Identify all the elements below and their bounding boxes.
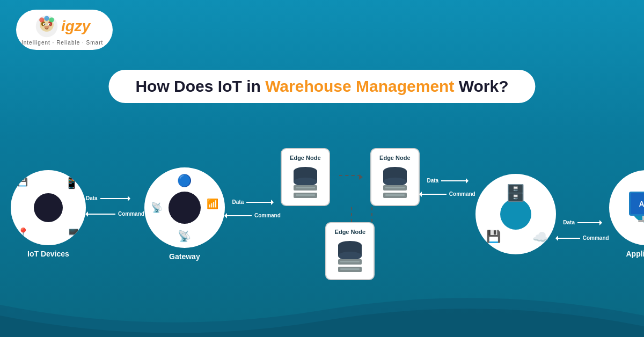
app-monitor-icon: App [626,191,644,225]
data-label-2: Data [232,199,244,205]
antenna-icon: 📡 [178,230,191,243]
arrow-line-5 [441,180,468,181]
arrow-line-2 [86,214,115,215]
page-title-box: How Does IoT in Warehouse Management Wor… [108,70,535,103]
svg-point-11 [49,17,54,22]
dashed-arrows-down [327,207,372,222]
device-icon: 🖥️ [68,228,79,240]
arrow-line-1 [100,198,130,199]
cloud-circle-inner [500,199,531,230]
gateway-label: Gateway [169,252,200,261]
command-arrow-left-4: Command [556,235,609,241]
edge-node-1-label: Edge Node [290,155,320,161]
svg-point-6 [44,24,45,25]
arrowhead-7 [599,220,605,225]
svg-rect-23 [385,187,405,188]
arrowhead-5 [466,178,471,184]
command-arrow-left: Command [86,211,144,217]
edge-node-3-label: Edge Node [335,229,365,235]
iot-devices-node: 📱 📍 🖥️ 💾 IoT Devices [11,170,86,258]
svg-rect-30 [340,261,360,262]
arrowhead-2 [83,211,88,217]
bluetooth-icon: 🔵 [177,174,192,188]
db-icon-1 [289,165,321,200]
data-arrow-right-2: Data [232,199,274,205]
app-circle: App [609,170,644,245]
arrow-edge-cloud: Data Command [420,178,475,197]
svg-rect-16 [296,187,315,188]
cloud-icon: ☁️ [532,230,548,245]
dashed-line-horiz [339,175,361,176]
cloud-circle: 🗄️ 💾 ☁️ [475,174,556,254]
command-label-1: Command [118,211,144,217]
data-arrow-right-4: Data [563,219,602,225]
svg-point-21 [383,178,407,186]
edge-nodes-group: Edge Node [281,148,420,280]
nfc-icon: 📡 [151,202,163,214]
iot-circle: 📱 📍 🖥️ 💾 [11,170,86,245]
svg-rect-32 [340,268,360,270]
svg-point-14 [294,178,317,186]
page-title: How Does IoT in Warehouse Management Wor… [135,77,508,96]
map-icon: 📍 [17,227,29,239]
arrow-line-6 [420,194,447,195]
gateway-node: 🔵 📡 📶 📡 Gateway [144,167,225,261]
arrow-line-8 [556,238,580,239]
arrowhead-1 [128,196,133,201]
phone-icon: 📱 [65,177,78,189]
svg-rect-37 [638,220,644,222]
gateway-circle-inner [169,192,201,224]
data-arrow-right: Data [86,195,130,201]
svg-point-8 [44,26,49,29]
data-arrow-right-3: Data [427,178,468,184]
logo-dog-icon [34,14,59,39]
command-arrow-left-2: Command [225,213,281,218]
db-icon-2 [379,165,411,200]
edge-node-2-label: Edge Node [379,155,410,161]
db-stack-icon: 💾 [486,230,501,244]
svg-rect-18 [296,194,315,196]
dashed-arrowhead [359,174,363,180]
dashed-vert-2 [371,207,372,222]
dashed-arrow-horiz [338,175,363,180]
wifi-icon: 📶 [207,198,218,210]
arrow-line-7 [577,222,602,223]
arrow-line-4 [225,215,252,216]
command-arrow-left-3: Command [420,191,475,197]
arrowhead-3 [271,200,276,205]
gateway-circle: 🔵 📡 📶 📡 [144,167,225,248]
logo-container: igzy Intelligent · Reliable · Smart [16,10,113,50]
app-monitor-wrap: App [626,191,644,225]
command-label-2: Command [254,213,281,218]
arrowhead-6 [416,192,422,197]
logo-brand: igzy [61,18,90,35]
app-label: Application [626,250,645,258]
data-label-1: Data [86,195,98,201]
arrowhead-4 [222,213,227,218]
svg-point-28 [338,252,362,260]
arrow-cloud-app: Data Command [556,219,609,241]
logo-tagline: Intelligent · Reliable · Smart [21,40,103,46]
dashed-vert-1 [351,207,352,222]
arrow-gateway-edge: Data Command [225,199,281,218]
svg-rect-25 [385,194,405,196]
cloud-node: 🗄️ 💾 ☁️ [475,174,556,254]
command-label-3: Command [449,191,475,197]
edge-node-1: Edge Node [281,148,330,206]
main-diagram: 📱 📍 🖥️ 💾 IoT Devices Data Command 🔵 📡 [11,118,633,310]
iot-circle-inner [34,193,63,222]
arrow-iot-gateway: Data Command [86,195,144,217]
data-label-3: Data [427,178,438,184]
iot-label: IoT Devices [27,250,69,258]
database-top-icon: 🗄️ [506,184,525,202]
arrow-line-3 [246,202,273,203]
svg-text:App: App [639,200,644,208]
edge-node-3: Edge Node [325,222,375,280]
chip-icon: 💾 [17,177,28,187]
db-icon-3 [334,239,366,274]
command-label-4: Command [583,235,609,241]
data-label-4: Data [563,219,575,225]
svg-point-10 [44,16,49,21]
svg-point-7 [49,24,50,25]
application-node: App Application [609,170,644,258]
